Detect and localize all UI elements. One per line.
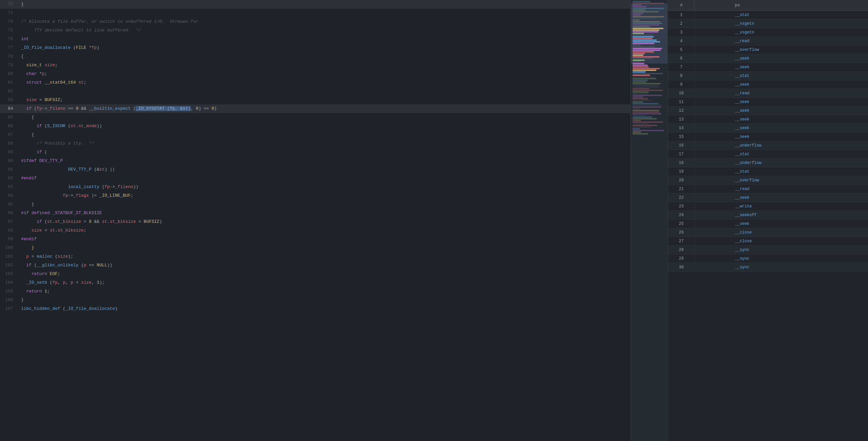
code-line: libc_hidden_def (_IO_file_doallocate): [19, 304, 630, 313]
code-row: 80 char *p;: [0, 69, 630, 78]
line-number: 82: [0, 87, 19, 96]
code-line: DEV_TTY_P (&st) ||: [19, 165, 630, 174]
code-row: 78{: [0, 52, 630, 61]
table-row[interactable]: 7__seek: [668, 63, 868, 71]
code-editor[interactable]: 72}7374/* Allocate a file buffer, or swi…: [0, 0, 630, 441]
code-line: #endif: [19, 235, 630, 243]
code-line: char *p;: [19, 69, 630, 78]
code-row: 100 }: [0, 243, 630, 252]
line-number: 72: [0, 0, 19, 9]
code-row: 105 return 1;: [0, 287, 630, 296]
row-number: 13: [668, 115, 695, 123]
table-row[interactable]: 28__sync: [668, 245, 868, 254]
table-row[interactable]: 13__seek: [668, 115, 868, 124]
table-row[interactable]: 11__seek: [668, 98, 868, 107]
table-row[interactable]: 26__close: [668, 228, 868, 237]
line-number: 97: [0, 217, 19, 226]
table-row[interactable]: 15__seek: [668, 133, 868, 141]
code-row: 92#endif: [0, 174, 630, 183]
table-row[interactable]: 22__seek: [668, 194, 868, 202]
row-number: 15: [668, 133, 695, 141]
row-number: 29: [668, 254, 695, 263]
code-line: struct __stat64_t64 st;: [19, 78, 630, 87]
table-row[interactable]: 17__stat: [668, 150, 868, 158]
row-number: 20: [668, 176, 695, 184]
table-row[interactable]: 5__overflow: [668, 46, 868, 54]
table-row[interactable]: 3__xsgetn: [668, 28, 868, 37]
row-name: __stat: [695, 169, 868, 174]
right-table-body[interactable]: 1__stat2__xsgetn3__xsgetn4__read5__overf…: [668, 11, 868, 441]
code-line: if (S_ISCHR (st.st_mode)): [19, 122, 630, 130]
table-row[interactable]: 19__stat: [668, 167, 868, 176]
row-name: __seek: [695, 196, 868, 200]
line-number: 91: [0, 165, 19, 174]
table-row[interactable]: 18__underflow: [668, 158, 868, 167]
line-number: 77: [0, 43, 19, 52]
line-number: 99: [0, 235, 19, 243]
row-name: __seek: [695, 117, 868, 122]
line-number: 90: [0, 156, 19, 165]
code-line: int: [19, 35, 630, 43]
row-name: __seek: [695, 56, 868, 61]
line-number: 100: [0, 243, 19, 252]
line-number: 98: [0, 226, 19, 235]
table-row[interactable]: 20__overflow: [668, 176, 868, 185]
row-number: 11: [668, 98, 695, 106]
line-number: 101: [0, 252, 19, 261]
code-line: }: [19, 243, 630, 252]
row-number: 27: [668, 237, 695, 245]
code-row: 77_IO_file_doallocate (FILE *fp): [0, 43, 630, 52]
line-number: 83: [0, 96, 19, 105]
code-row: 72}: [0, 0, 630, 9]
line-number: 96: [0, 209, 19, 217]
col-pa-header: pa: [695, 3, 868, 8]
table-row[interactable]: 9__seek: [668, 80, 868, 89]
table-row[interactable]: 10__read: [668, 89, 868, 98]
table-row[interactable]: 25__seek: [668, 219, 868, 228]
table-row[interactable]: 24__seekoff: [668, 211, 868, 219]
code-row: 86 if (S_ISCHR (st.st_mode)): [0, 122, 630, 130]
table-row[interactable]: 27__close: [668, 237, 868, 245]
line-number: 74: [0, 18, 19, 26]
code-row: 82: [0, 87, 630, 96]
row-name: __read: [695, 91, 868, 96]
code-line: {: [19, 130, 630, 139]
line-number: 87: [0, 130, 19, 139]
table-row[interactable]: 2__xsgetn: [668, 20, 868, 28]
code-line: local_isatty (fp->_fileno)): [19, 183, 630, 192]
code-row: 98 size = st.st_blksize;: [0, 226, 630, 235]
row-number: 26: [668, 228, 695, 237]
table-row[interactable]: 14__seek: [668, 124, 868, 133]
code-line: if (st.st_blksize > 0 && st.st_blksize <…: [19, 217, 630, 226]
table-row[interactable]: 4__read: [668, 37, 868, 46]
table-row[interactable]: 1__stat: [668, 11, 868, 20]
table-row[interactable]: 21__read: [668, 185, 868, 194]
row-number: 8: [668, 71, 695, 80]
minimap[interactable]: [630, 0, 668, 441]
code-line: }: [19, 200, 630, 209]
table-row[interactable]: 29__sync: [668, 254, 868, 263]
code-line: p = malloc (size);: [19, 252, 630, 261]
code-table: 72}7374/* Allocate a file buffer, or swi…: [0, 0, 630, 313]
line-number: 89: [0, 148, 19, 156]
code-row: 106}: [0, 296, 630, 304]
table-row[interactable]: 23__write: [668, 202, 868, 211]
table-row[interactable]: 30__sync: [668, 263, 868, 272]
table-row[interactable]: 16__underflow: [668, 141, 868, 150]
row-number: 17: [668, 150, 695, 158]
line-number: 107: [0, 304, 19, 313]
table-row[interactable]: 12__seek: [668, 107, 868, 115]
row-name: __seek: [695, 135, 868, 139]
line-number: 103: [0, 270, 19, 278]
line-number: 88: [0, 139, 19, 148]
row-number: 7: [668, 63, 695, 71]
line-number: 84: [0, 105, 19, 113]
row-number: 21: [668, 185, 695, 193]
line-number: 78: [0, 52, 19, 61]
table-row[interactable]: 6__seek: [668, 54, 868, 63]
code-line: }: [19, 296, 630, 304]
row-number: 28: [668, 245, 695, 254]
table-row[interactable]: 8__stat: [668, 71, 868, 80]
line-number: 73: [0, 9, 19, 18]
row-name: __seek: [695, 65, 868, 69]
